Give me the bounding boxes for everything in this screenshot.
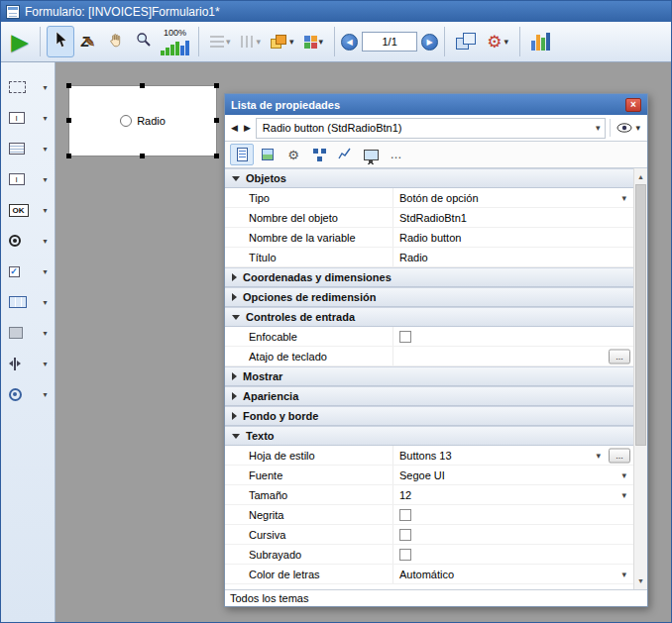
prev-object-button[interactable]: ◀ xyxy=(230,123,239,133)
titulo-field[interactable]: Radio xyxy=(393,248,633,266)
negrita-checkbox[interactable] xyxy=(399,509,411,521)
hoja-estilo-dropdown[interactable]: Buttons 13 ▾ ... xyxy=(393,446,633,465)
hoja-estilo-browse-button[interactable]: ... xyxy=(609,448,630,463)
gear-icon: ⚙ xyxy=(287,149,299,161)
tool-marquee[interactable]: ▾ xyxy=(5,76,52,98)
tab-more[interactable]: … xyxy=(385,144,408,165)
listbox-icon xyxy=(9,143,25,155)
chevron-down-icon[interactable]: ▾ xyxy=(43,360,47,368)
page-indicator-input[interactable] xyxy=(362,32,417,52)
property-row-tipo: Tipo Botón de opción ▾ xyxy=(225,188,633,208)
tab-properties[interactable] xyxy=(230,144,254,165)
chevron-down-icon[interactable]: ▾ xyxy=(43,145,47,154)
selection-handle[interactable] xyxy=(66,118,71,123)
atajo-field[interactable]: ... xyxy=(393,347,633,365)
scroll-up-button[interactable]: ▲ xyxy=(634,169,647,184)
section-objetos[interactable]: Objetos xyxy=(225,168,633,188)
chevron-down-icon[interactable]: ▾ xyxy=(43,175,47,184)
align-objects-dropdown[interactable]: ▾ xyxy=(205,26,236,57)
chevron-down-icon[interactable]: ▾ xyxy=(43,206,47,215)
nombre-objeto-field[interactable]: StdRadioBtn1 xyxy=(393,208,633,227)
tool-radio-button[interactable]: ▾ xyxy=(5,230,52,252)
section-apariencia[interactable]: Apariencia xyxy=(225,386,633,406)
color-letras-dropdown[interactable]: Automático ▾ xyxy=(393,565,633,583)
prev-page-button[interactable]: ◀ xyxy=(341,34,358,51)
tipo-dropdown[interactable]: Botón de opción ▾ xyxy=(393,188,633,207)
form-canvas[interactable]: Radio Lista de propiedades × ◀ ▶ Radio b… xyxy=(56,62,671,623)
scroll-thumb[interactable] xyxy=(635,184,646,446)
tool-indicator[interactable]: ▾ xyxy=(5,383,52,405)
section-fondo[interactable]: Fondo y borde xyxy=(225,406,633,426)
chevron-down-icon[interactable]: ▾ xyxy=(43,298,47,307)
hand-tool-button[interactable] xyxy=(102,26,130,57)
chevron-down-icon[interactable]: ▾ xyxy=(43,267,47,276)
layer-order-dropdown[interactable]: ▾ xyxy=(266,26,299,57)
section-texto[interactable]: Texto xyxy=(225,426,633,446)
tamano-dropdown[interactable]: 12 ▾ xyxy=(393,485,633,504)
tab-image[interactable] xyxy=(256,144,280,165)
property-row-nombre-objeto: Nombre del objeto StdRadioBtn1 xyxy=(225,208,633,228)
section-redimension[interactable]: Opciones de redimensión xyxy=(225,287,633,307)
selection-handle[interactable] xyxy=(140,83,145,88)
panel-scrollbar[interactable]: ▲ ▼ xyxy=(633,168,647,589)
nombre-variable-field[interactable]: Radio button xyxy=(393,228,633,247)
enfocable-checkbox[interactable] xyxy=(399,331,411,343)
selection-handle[interactable] xyxy=(66,154,71,158)
panel-footer: Todos los temas xyxy=(225,589,647,606)
draw-tool-button[interactable]: Z✎ xyxy=(74,26,102,57)
cursiva-checkbox[interactable] xyxy=(399,529,411,541)
tab-connections[interactable] xyxy=(307,144,331,165)
chevron-down-icon[interactable]: ▾ xyxy=(43,390,47,399)
tab-display[interactable] xyxy=(359,144,383,165)
properties-panel-title-bar[interactable]: Lista de propiedades × xyxy=(225,94,647,115)
enfocable-cell xyxy=(393,327,633,346)
tool-text-area[interactable]: I ▾ xyxy=(5,168,52,190)
tool-checkbox[interactable]: ✓ ▾ xyxy=(5,260,52,282)
tool-button-grid[interactable]: ▾ xyxy=(5,291,52,313)
color-grid-dropdown[interactable]: ▾ xyxy=(299,26,329,57)
select-tool-button[interactable] xyxy=(47,26,74,57)
chevron-down-icon[interactable]: ▾ xyxy=(43,83,47,92)
chevron-down-icon[interactable]: ▾ xyxy=(43,237,47,246)
gear-menu-button[interactable]: ⚙ ▾ xyxy=(482,26,513,57)
close-button[interactable]: × xyxy=(625,98,641,112)
magnify-tool-button[interactable] xyxy=(130,26,158,57)
selection-handle[interactable] xyxy=(214,154,219,158)
fuente-dropdown[interactable]: Segoe UI ▾ xyxy=(393,466,633,484)
atajo-browse-button[interactable]: ... xyxy=(609,349,630,363)
selection-handle[interactable] xyxy=(214,83,219,88)
zoom-bars-icon[interactable] xyxy=(161,40,189,55)
tab-curve[interactable] xyxy=(333,144,357,165)
tab-settings[interactable]: ⚙ xyxy=(281,144,305,165)
pages-button[interactable] xyxy=(451,26,482,57)
next-page-button[interactable]: ▶ xyxy=(421,34,438,51)
chevron-down-icon[interactable]: ▾ xyxy=(43,114,47,123)
section-coordenadas[interactable]: Coordenadas y dimensiones xyxy=(225,267,633,287)
selection-handle[interactable] xyxy=(140,154,145,158)
chart-button[interactable] xyxy=(526,26,555,57)
zoom-level-widget[interactable]: 100% xyxy=(158,24,192,59)
pages-icon xyxy=(456,33,477,51)
title-bar[interactable]: Formulario: [INVOICES]Formulario1* xyxy=(1,1,671,22)
scroll-down-button[interactable]: ▼ xyxy=(634,573,647,588)
section-mostrar[interactable]: Mostrar xyxy=(225,366,633,386)
visibility-menu-button[interactable]: ▾ xyxy=(615,119,642,137)
tool-text-input[interactable]: I ▾ xyxy=(5,107,52,129)
eye-icon xyxy=(616,119,632,137)
image-icon xyxy=(262,149,274,160)
section-entrada[interactable]: Controles de entrada xyxy=(225,307,633,327)
object-combobox[interactable]: Radio button (StdRadioBtn1) ▾ xyxy=(256,118,607,139)
selection-handle[interactable] xyxy=(214,118,219,123)
subrayado-checkbox[interactable] xyxy=(399,549,411,561)
radio-form-object[interactable]: Radio xyxy=(68,85,217,156)
selection-handle[interactable] xyxy=(66,83,71,88)
run-button[interactable]: ▶ xyxy=(6,26,34,57)
distribute-objects-dropdown[interactable]: ▾ xyxy=(236,26,267,57)
tool-listbox[interactable]: ▾ xyxy=(5,138,52,159)
next-object-button[interactable]: ▶ xyxy=(243,123,252,133)
distribute-icon xyxy=(241,36,255,48)
chevron-down-icon[interactable]: ▾ xyxy=(43,329,47,338)
tool-splitter[interactable]: ▾ xyxy=(5,353,52,374)
tool-rectangle[interactable]: ▾ xyxy=(5,322,52,344)
tool-button[interactable]: OK ▾ xyxy=(5,199,52,221)
